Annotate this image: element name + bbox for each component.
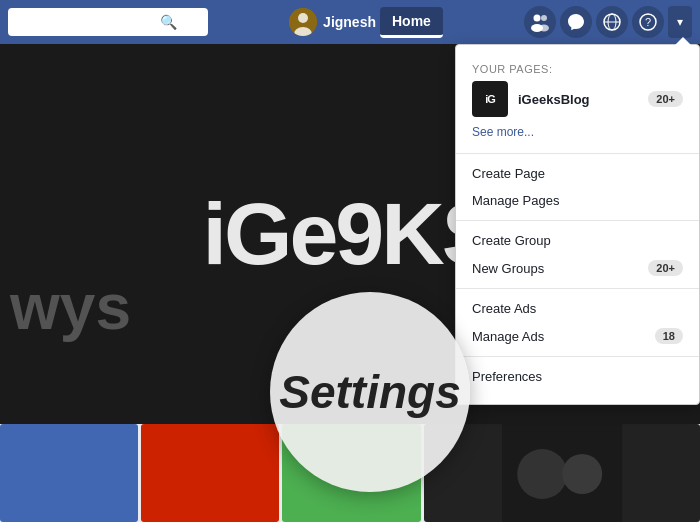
preferences-label: Preferences — [472, 369, 683, 384]
page-name: iGeeksBlog — [518, 92, 638, 107]
user-info[interactable]: Jignesh — [289, 8, 376, 36]
home-button[interactable]: Home — [380, 7, 443, 38]
avatar — [289, 8, 317, 36]
groups-section: Create Group New Groups 20+ — [456, 221, 699, 289]
user-name: Jignesh — [323, 14, 376, 30]
see-more-link[interactable]: See more... — [456, 121, 699, 147]
nav-icons: ? ▾ — [524, 6, 692, 38]
ads-section: Create Ads Manage Ads 18 — [456, 289, 699, 357]
search-bar: 🔍 — [8, 8, 208, 36]
thumb-red — [141, 424, 279, 522]
search-input[interactable] — [16, 15, 156, 30]
new-groups-item[interactable]: New Groups 20+ — [456, 254, 699, 282]
cover-overlay-text: wys — [10, 270, 131, 344]
manage-ads-label: Manage Ads — [472, 329, 655, 344]
create-page-item[interactable]: Create Page — [456, 160, 699, 187]
messenger-icon-button[interactable] — [560, 6, 592, 38]
globe-icon-button[interactable] — [596, 6, 628, 38]
create-group-item[interactable]: Create Group — [456, 227, 699, 254]
manage-pages-label: Manage Pages — [472, 193, 683, 208]
preferences-section: Preferences — [456, 357, 699, 396]
page-icon: iG — [472, 81, 508, 117]
friends-icon-button[interactable] — [524, 6, 556, 38]
create-ads-label: Create Ads — [472, 301, 683, 316]
dropdown-arrow-button[interactable]: ▾ — [668, 6, 692, 38]
create-page-label: Create Page — [472, 166, 683, 181]
thumb-dark — [424, 424, 700, 522]
navbar: 🔍 Jignesh Home — [0, 0, 700, 44]
cover-text: iGe9KS — [202, 183, 497, 285]
create-ads-item[interactable]: Create Ads — [456, 295, 699, 322]
pages-actions-section: Create Page Manage Pages — [456, 154, 699, 221]
new-groups-badge: 20+ — [648, 260, 683, 276]
create-group-label: Create Group — [472, 233, 683, 248]
your-pages-section: Your Pages: iG iGeeksBlog 20+ See more..… — [456, 53, 699, 154]
dropdown-arrow-icon: ▾ — [677, 15, 683, 29]
svg-point-3 — [534, 15, 541, 22]
svg-point-1 — [298, 13, 308, 23]
your-pages-label: Your Pages: — [456, 59, 699, 77]
page-badge: 20+ — [648, 91, 683, 107]
manage-pages-item[interactable]: Manage Pages — [456, 187, 699, 214]
manage-ads-item[interactable]: Manage Ads 18 — [456, 322, 699, 350]
svg-point-14 — [562, 454, 602, 494]
svg-point-13 — [517, 449, 567, 499]
manage-ads-badge: 18 — [655, 328, 683, 344]
new-groups-label: New Groups — [472, 261, 648, 276]
nav-center: Jignesh Home — [208, 7, 524, 38]
svg-point-5 — [541, 15, 547, 21]
svg-point-6 — [539, 25, 549, 32]
thumb-blue — [0, 424, 138, 522]
settings-label: Settings — [279, 365, 460, 419]
settings-circle: Settings — [270, 292, 470, 492]
search-icon[interactable]: 🔍 — [160, 14, 177, 30]
help-icon-button[interactable]: ? — [632, 6, 664, 38]
preferences-item[interactable]: Preferences — [456, 363, 699, 390]
dropdown-menu: Your Pages: iG iGeeksBlog 20+ See more..… — [455, 44, 700, 405]
page-entry[interactable]: iG iGeeksBlog 20+ — [456, 77, 699, 121]
svg-text:?: ? — [645, 16, 651, 28]
